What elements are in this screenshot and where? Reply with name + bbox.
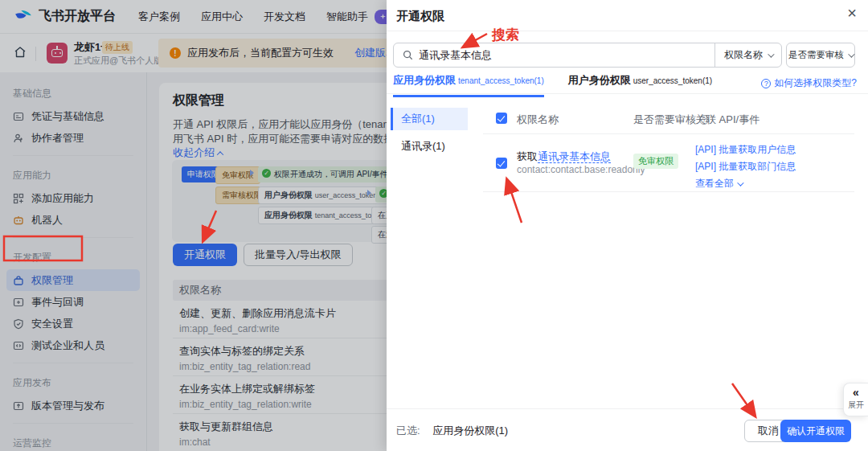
question-circle-icon: ? bbox=[761, 79, 771, 88]
api-link[interactable]: [API] 批量获取部门信息 bbox=[695, 158, 796, 175]
select-all-checkbox[interactable] bbox=[496, 113, 507, 124]
expand-panel-button[interactable]: « 展开 bbox=[843, 383, 868, 416]
related-api-links: [API] 批量获取用户信息 [API] 批量获取部门信息 查看全部 bbox=[695, 141, 796, 192]
column-related-api: 关联 API/事件 bbox=[695, 113, 760, 127]
selected-value: 应用身份权限(1) bbox=[432, 424, 508, 437]
chevron-down-icon bbox=[768, 51, 774, 57]
divider bbox=[483, 191, 854, 192]
drawer-title: 开通权限 bbox=[396, 9, 444, 24]
free-audit-badge: 免审权限 bbox=[633, 154, 678, 169]
expand-label: 展开 bbox=[844, 400, 868, 411]
permission-row-name: 获取通讯录基本信息 bbox=[517, 150, 611, 164]
double-chevron-left-icon: « bbox=[844, 386, 868, 400]
divider bbox=[387, 93, 868, 94]
category-all[interactable]: 全部(1) bbox=[391, 108, 468, 130]
permission-row-code: contact:contact.base:readonly bbox=[517, 164, 645, 175]
chevron-down-icon bbox=[737, 179, 743, 186]
annotation-search-label: 搜索 bbox=[492, 26, 519, 44]
chevron-down-icon bbox=[848, 51, 854, 57]
search-icon bbox=[403, 50, 413, 60]
screen: 飞书开放平台 客户案例 应用中心 开发文档 智能助手 AI 开发 龙虾1号 待上… bbox=[0, 0, 868, 451]
modal-overlay[interactable] bbox=[0, 0, 387, 451]
category-contacts[interactable]: 通讯录(1) bbox=[391, 135, 468, 158]
divider bbox=[483, 133, 854, 134]
selected-summary: 已选: 应用身份权限(1) bbox=[396, 424, 508, 438]
close-icon[interactable]: × bbox=[847, 5, 857, 21]
column-permission-name: 权限名称 bbox=[517, 113, 559, 127]
row-checkbox[interactable] bbox=[496, 158, 507, 169]
view-all-link[interactable]: 查看全部 bbox=[695, 175, 796, 192]
permission-type-help-link[interactable]: ? 如何选择权限类型? bbox=[761, 76, 857, 90]
divider bbox=[387, 31, 868, 31]
confirm-open-permission-button[interactable]: 确认开通权限 bbox=[780, 420, 851, 442]
divider bbox=[387, 408, 868, 409]
search-input[interactable] bbox=[419, 49, 714, 61]
search-match-highlight[interactable]: 通讯录基本信息 bbox=[538, 150, 611, 163]
search-field-select[interactable]: 权限名称 bbox=[715, 48, 781, 62]
search-group: 权限名称 bbox=[393, 43, 782, 68]
open-permission-drawer: 开通权限 × 权限名称 是否需要审核 应用身份权限tenant_access_t… bbox=[387, 0, 868, 451]
audit-filter-select[interactable]: 是否需要审核 bbox=[786, 43, 855, 68]
api-link[interactable]: [API] 批量获取用户信息 bbox=[695, 141, 796, 158]
